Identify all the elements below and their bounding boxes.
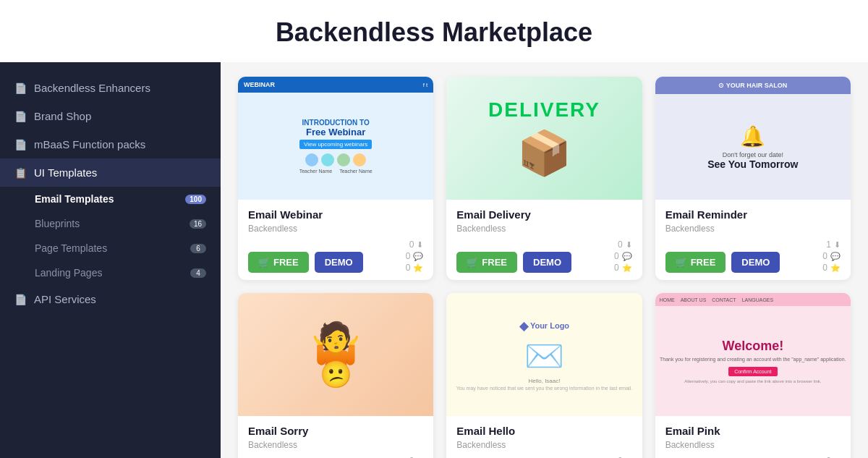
sidebar-item-ui-templates[interactable]: 📋 UI Templates bbox=[0, 158, 221, 187]
card-title: Email Hello bbox=[456, 425, 631, 437]
sub-item-label: Blueprints bbox=[35, 218, 80, 229]
sidebar-item-brand-shop[interactable]: 📄 Brand Shop bbox=[0, 102, 221, 130]
page-header: Backendless Marketplace bbox=[0, 0, 868, 62]
demo-button[interactable]: DEMO bbox=[523, 252, 571, 273]
stat-downloads: 0 ⬇ bbox=[618, 239, 632, 250]
pink-confirm-btn: Confirm Account bbox=[728, 367, 777, 376]
pink-welcome: Welcome! bbox=[722, 339, 783, 354]
card-stats: 0 ⬇ 0 💬 0 ⭐ bbox=[614, 239, 632, 273]
card-actions: 🛒 FREE DEMO bbox=[248, 252, 363, 273]
teacher-name-2: Teacher Name bbox=[339, 169, 373, 174]
card-thumbnail-reminder: ⊙ YOUR HAIR SALON 🔔 Don't forget our dat… bbox=[655, 77, 851, 200]
free-button[interactable]: 🛒 FREE bbox=[456, 252, 517, 273]
pink-nav-about: ABOUT US bbox=[681, 297, 707, 302]
pink-content: HOME ABOUT US CONTACT LANGUAGES Welcome!… bbox=[655, 293, 851, 416]
downloads-count: 0 bbox=[618, 239, 623, 250]
download-icon: ⬇ bbox=[626, 240, 632, 250]
avatar-1 bbox=[305, 153, 318, 166]
card-thumbnail-hello: ◆ Your Logo ✉️ Hello, Isaac! You may hav… bbox=[446, 293, 642, 416]
card-email-delivery: DELIVERY 📦 Email Delivery Backendless 🛒 … bbox=[446, 77, 642, 280]
sidebar-sub-item-landing-pages[interactable]: Landing Pages 4 bbox=[0, 260, 221, 285]
card-title: Email Sorry bbox=[248, 425, 423, 437]
sidebar-sub-item-blueprints[interactable]: Blueprints 16 bbox=[0, 211, 221, 236]
card-thumbnail-sorry: 🤷 😕 bbox=[238, 293, 433, 416]
downloads-count: 0 bbox=[409, 239, 414, 250]
free-button[interactable]: 🛒 FREE bbox=[665, 252, 726, 273]
card-lower: 🛒 FREE DEMO 0 ⬇ 0 💬 bbox=[456, 239, 631, 273]
stars-count: 0 bbox=[822, 263, 827, 273]
stat-stars: 0 ⭐ bbox=[822, 263, 841, 273]
delivery-illustration: 📦 bbox=[517, 127, 571, 179]
comments-count: 0 bbox=[406, 251, 411, 261]
sub-item-label: Email Templates bbox=[35, 193, 114, 205]
card-email-reminder: ⊙ YOUR HAIR SALON 🔔 Don't forget our dat… bbox=[655, 77, 851, 280]
comment-icon: 💬 bbox=[830, 252, 841, 261]
stat-stars: 0 ⭐ bbox=[406, 263, 424, 273]
stat-stars: 0 ⭐ bbox=[614, 263, 632, 273]
reminder-content: ⊙ YOUR HAIR SALON 🔔 Don't forget our dat… bbox=[655, 77, 851, 200]
card-body-hello: Email Hello Backendless 🛒 FREE DEMO 0 ⬇ bbox=[446, 416, 642, 458]
comments-count: 0 bbox=[822, 251, 827, 261]
stat-downloads: 0 ⬇ bbox=[409, 239, 424, 250]
webinar-social: f t bbox=[423, 82, 428, 88]
card-body-sorry: Email Sorry Backendless 🛒 FREE DEMO 0 ⬇ bbox=[238, 416, 433, 458]
sidebar-item-backendless-enhancers[interactable]: 📄 Backendless Enhancers bbox=[0, 74, 221, 102]
webinar-brand: WEBINAR bbox=[244, 81, 275, 88]
page-title: Backendless Marketplace bbox=[0, 17, 868, 48]
hello-envelope: ✉️ bbox=[524, 337, 564, 375]
download-icon: ⬇ bbox=[417, 240, 423, 250]
hello-logo: ◆ Your Logo bbox=[519, 319, 569, 333]
sidebar-sub-item-page-templates[interactable]: Page Templates 6 bbox=[0, 236, 221, 260]
sidebar-item-mbaas[interactable]: 📄 mBaaS Function packs bbox=[0, 130, 221, 158]
card-title: Email Reminder bbox=[665, 208, 841, 221]
card-title: Email Pink bbox=[665, 425, 841, 437]
comment-icon: 💬 bbox=[622, 252, 632, 261]
sidebar: 📄 Backendless Enhancers 📄 Brand Shop 📄 m… bbox=[0, 62, 221, 458]
hello-label: Hello, Isaac! bbox=[528, 378, 560, 384]
sidebar-sub-item-email-templates[interactable]: Email Templates 100 bbox=[0, 187, 221, 211]
card-author: Backendless bbox=[248, 224, 423, 234]
logo-text: Your Logo bbox=[530, 321, 569, 330]
card-email-webinar: WEBINAR f t INTRODUCTION TO Free Webinar… bbox=[238, 77, 433, 280]
page-icon: 📄 bbox=[14, 111, 27, 122]
star-icon: ⭐ bbox=[830, 263, 841, 273]
sidebar-item-label: Brand Shop bbox=[34, 110, 91, 122]
downloads-count: 1 bbox=[826, 239, 831, 250]
card-actions: 🛒 FREE DEMO bbox=[665, 252, 780, 273]
card-title: Email Webinar bbox=[248, 208, 423, 221]
stat-comments: 0 💬 bbox=[822, 251, 841, 261]
sub-item-label: Page Templates bbox=[35, 242, 107, 254]
avatar-2 bbox=[321, 153, 334, 166]
page-icon: 📄 bbox=[14, 139, 27, 150]
cards-grid: WEBINAR f t INTRODUCTION TO Free Webinar… bbox=[238, 77, 851, 458]
stat-comments: 0 💬 bbox=[406, 251, 424, 261]
free-button[interactable]: 🛒 FREE bbox=[248, 252, 309, 273]
card-author: Backendless bbox=[456, 440, 631, 450]
sidebar-sub-menu: Email Templates 100 Blueprints 16 Page T… bbox=[0, 187, 221, 285]
card-stats: 1 ⬇ 0 💬 0 ⭐ bbox=[822, 239, 841, 273]
stat-comments: 0 💬 bbox=[614, 251, 632, 261]
blueprints-badge: 16 bbox=[190, 219, 206, 229]
sidebar-item-label: UI Templates bbox=[34, 166, 97, 179]
stars-count: 0 bbox=[614, 263, 619, 273]
webinar-header: WEBINAR f t bbox=[238, 77, 433, 93]
sorry-content: 🤷 😕 bbox=[238, 293, 433, 416]
pink-body: Welcome! Thank you for registering and c… bbox=[655, 306, 851, 416]
pink-text: Thank you for registering and creating a… bbox=[660, 356, 846, 362]
card-lower: 🛒 FREE DEMO 0 ⬇ 0 💬 bbox=[248, 239, 423, 273]
delivery-big-text: DELIVERY bbox=[488, 98, 600, 122]
template-icon: 📋 bbox=[14, 167, 27, 179]
sorry-confused-face: 😕 bbox=[320, 360, 352, 390]
reminder-dont-forget: Don't forget our date! bbox=[723, 151, 783, 158]
sidebar-item-api-services[interactable]: 📄 API Services bbox=[0, 285, 221, 313]
reminder-see-you: See You Tomorrow bbox=[707, 158, 798, 170]
demo-button[interactable]: DEMO bbox=[315, 252, 363, 273]
demo-button[interactable]: DEMO bbox=[731, 252, 780, 273]
sidebar-item-label: API Services bbox=[34, 293, 96, 305]
card-email-sorry: 🤷 😕 Email Sorry Backendless 🛒 FREE DEMO bbox=[238, 293, 433, 458]
webinar-thumb-content: WEBINAR f t INTRODUCTION TO Free Webinar… bbox=[238, 77, 433, 200]
pink-alt-text: Alternatively, you can copy and paste th… bbox=[684, 379, 821, 383]
card-thumbnail-webinar: WEBINAR f t INTRODUCTION TO Free Webinar… bbox=[238, 77, 433, 200]
card-body-pink: Email Pink Backendless 🛒 FREE DEMO 0 ⬇ bbox=[655, 416, 851, 458]
card-author: Backendless bbox=[456, 224, 631, 234]
